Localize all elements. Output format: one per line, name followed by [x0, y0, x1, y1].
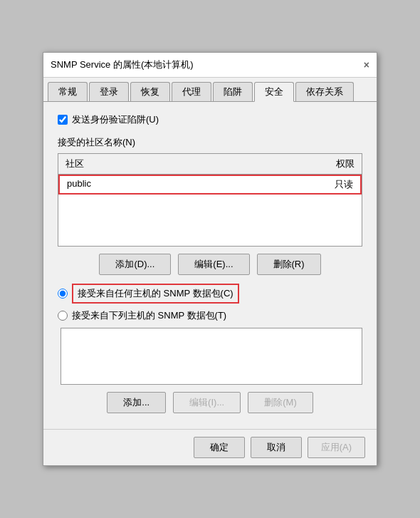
hosts-list	[61, 328, 362, 385]
tabs-bar: 常规 登录 恢复 代理 陷阱 安全 依存关系	[43, 78, 377, 102]
tab-login[interactable]: 登录	[89, 82, 129, 101]
community-button-row: 添加(D)... 编辑(E)... 删除(R)	[58, 254, 362, 275]
remove-community-button[interactable]: 删除(R)	[257, 254, 321, 275]
auth-trap-checkbox[interactable]	[58, 115, 68, 125]
tab-security[interactable]: 安全	[254, 82, 294, 102]
permission-cell: 只读	[278, 176, 361, 193]
edit-community-button[interactable]: 编辑(E)...	[178, 254, 249, 275]
any-host-radio-row: 接受来自任何主机的 SNMP 数据包(C)	[58, 284, 362, 304]
community-section-label: 接受的社区名称(N)	[58, 136, 362, 149]
table-body: public 只读	[58, 175, 362, 246]
window-title: SNMP Service 的属性(本地计算机)	[51, 58, 194, 71]
any-host-radio[interactable]	[58, 289, 68, 299]
edit-host-button[interactable]: 编辑(I)...	[173, 392, 241, 413]
apply-button[interactable]: 应用(A)	[308, 437, 365, 458]
close-button[interactable]: ×	[364, 59, 369, 71]
tab-dependencies[interactable]: 依存关系	[295, 82, 354, 101]
tab-recovery[interactable]: 恢复	[130, 82, 170, 101]
header-permission: 权限	[279, 156, 362, 172]
tab-agent[interactable]: 代理	[172, 82, 211, 101]
header-community: 社区	[58, 156, 279, 172]
add-community-button[interactable]: 添加(D)...	[99, 254, 171, 275]
cancel-button[interactable]: 取消	[251, 437, 302, 458]
auth-trap-row: 发送身份验证陷阱(U)	[58, 113, 362, 126]
community-table: 社区 权限 public 只读	[58, 153, 362, 247]
title-bar: SNMP Service 的属性(本地计算机) ×	[43, 53, 377, 78]
any-host-label[interactable]: 接受来自任何主机的 SNMP 数据包(C)	[72, 284, 239, 304]
tab-general[interactable]: 常规	[48, 82, 88, 101]
properties-window: SNMP Service 的属性(本地计算机) × 常规 登录 恢复 代理 陷阱…	[43, 52, 377, 466]
hosts-button-row: 添加... 编辑(I)... 删除(M)	[58, 392, 362, 413]
specific-hosts-radio[interactable]	[58, 311, 68, 321]
snmp-source-section: 接受来自任何主机的 SNMP 数据包(C) 接受来自下列主机的 SNMP 数据包…	[58, 284, 362, 413]
any-host-label-text: 接受来自任何主机的 SNMP 数据包(C)	[72, 284, 239, 304]
specific-hosts-radio-row: 接受来自下列主机的 SNMP 数据包(T)	[58, 309, 362, 322]
tab-traps[interactable]: 陷阱	[213, 82, 253, 101]
community-name-cell: public	[60, 176, 278, 193]
table-row[interactable]: public 只读	[58, 175, 362, 195]
add-host-button[interactable]: 添加...	[107, 392, 166, 413]
auth-trap-label[interactable]: 发送身份验证陷阱(U)	[72, 113, 159, 126]
specific-hosts-label[interactable]: 接受来自下列主机的 SNMP 数据包(T)	[72, 309, 226, 322]
table-header: 社区 权限	[58, 154, 362, 175]
tab-content: 发送身份验证陷阱(U) 接受的社区名称(N) 社区 权限 public 只读	[43, 102, 377, 429]
remove-host-button[interactable]: 删除(M)	[248, 392, 313, 413]
footer: 确定 取消 应用(A)	[43, 429, 377, 465]
confirm-button[interactable]: 确定	[194, 437, 245, 458]
